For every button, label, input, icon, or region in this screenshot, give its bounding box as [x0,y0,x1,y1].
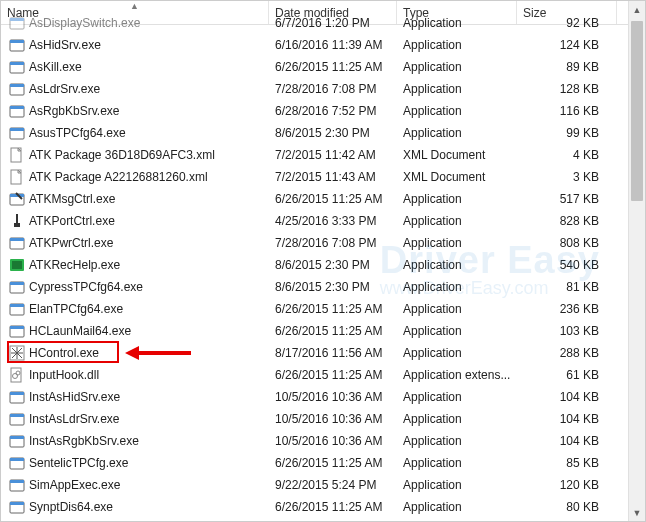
file-name-cell: ATK Package A22126881260.xml [1,169,269,185]
table-row[interactable]: AsusTPCfg64.exe8/6/2015 2:30 PMApplicati… [1,122,645,144]
file-name-cell: InstAsLdrSrv.exe [1,411,269,427]
app-icon [9,279,25,295]
svg-rect-1 [10,18,24,21]
file-name-cell: InputHook.dll [1,367,269,383]
file-size-cell: 3 KB [517,170,617,184]
file-date-cell: 6/28/2016 7:52 PM [269,104,397,118]
table-row[interactable]: InputHook.dll6/26/2015 11:25 AMApplicati… [1,364,645,386]
file-size-cell: 808 KB [517,236,617,250]
hc-icon [9,345,25,361]
table-row[interactable]: ATKPortCtrl.exe4/25/2016 3:33 PMApplicat… [1,210,645,232]
file-name-label: SentelicTPCfg.exe [29,456,128,470]
file-name-label: AsRgbKbSrv.exe [29,104,120,118]
svg-rect-24 [10,282,24,285]
svg-rect-20 [10,238,24,241]
table-row[interactable]: HControl.exe8/17/2016 11:56 AMApplicatio… [1,342,645,364]
file-name-label: InstAsLdrSrv.exe [29,412,119,426]
app-icon [9,301,25,317]
file-name-cell: ATKRecHelp.exe [1,257,269,273]
file-name-cell: ATKPwrCtrl.exe [1,235,269,251]
file-date-cell: 7/28/2016 7:08 PM [269,82,397,96]
table-row[interactable]: AsLdrSrv.exe7/28/2016 7:08 PMApplication… [1,78,645,100]
app2-icon [9,191,25,207]
table-row[interactable]: SentelicTPCfg.exe6/26/2015 11:25 AMAppli… [1,452,645,474]
file-type-cell: Application [397,456,517,470]
svg-rect-9 [10,106,24,109]
table-row[interactable]: ATK Package A22126881260.xml7/2/2015 11:… [1,166,645,188]
file-date-cell: 8/6/2015 2:30 PM [269,280,397,294]
xml-icon [9,147,25,163]
file-name-label: AsHidSrv.exe [29,38,101,52]
svg-rect-36 [10,414,24,417]
file-size-cell: 104 KB [517,412,617,426]
file-name-label: SynptDis64.exe [29,500,113,514]
table-row[interactable]: ElanTPCfg64.exe6/26/2015 11:25 AMApplica… [1,298,645,320]
table-row[interactable]: AsHidSrv.exe6/16/2016 11:39 AMApplicatio… [1,34,645,56]
svg-rect-26 [10,304,24,307]
file-date-cell: 6/26/2015 11:25 AM [269,192,397,206]
file-size-cell: 288 KB [517,346,617,360]
table-row[interactable]: HCLaunMail64.exe6/26/2015 11:25 AMApplic… [1,320,645,342]
file-type-cell: Application [397,214,517,228]
file-date-cell: 9/22/2015 5:24 PM [269,478,397,492]
scroll-thumb[interactable] [631,21,643,201]
file-type-cell: XML Document [397,148,517,162]
file-date-cell: 8/17/2016 11:56 AM [269,346,397,360]
svg-rect-18 [14,223,20,227]
svg-rect-22 [12,261,22,269]
file-name-cell: InstAsHidSrv.exe [1,389,269,405]
file-type-cell: Application [397,104,517,118]
file-name-label: InstAsRgbKbSrv.exe [29,434,139,448]
file-name-cell: SynptDis64.exe [1,499,269,515]
svg-rect-40 [10,458,24,461]
file-name-label: ATKPwrCtrl.exe [29,236,113,250]
file-type-cell: Application [397,324,517,338]
table-row[interactable]: ATKRecHelp.exe8/6/2015 2:30 PMApplicatio… [1,254,645,276]
scroll-up-icon[interactable]: ▲ [629,1,645,18]
file-name-cell: AsLdrSrv.exe [1,81,269,97]
file-size-cell: 120 KB [517,478,617,492]
file-size-cell: 103 KB [517,324,617,338]
table-row[interactable]: InstAsRgbKbSrv.exe10/5/2016 10:36 AMAppl… [1,430,645,452]
app-icon [9,389,25,405]
app-icon [9,59,25,75]
app-icon [9,15,25,31]
file-type-cell: Application [397,258,517,272]
table-row[interactable]: SimAppExec.exe9/22/2015 5:24 PMApplicati… [1,474,645,496]
file-type-cell: Application [397,192,517,206]
table-row[interactable]: SynptDis64.exe6/26/2015 11:25 AMApplicat… [1,496,645,518]
table-row[interactable]: AsKill.exe6/26/2015 11:25 AMApplication8… [1,56,645,78]
table-row[interactable]: ATK Package 36D18D69AFC3.xml7/2/2015 11:… [1,144,645,166]
file-date-cell: 6/26/2015 11:25 AM [269,500,397,514]
table-row[interactable]: AsRgbKbSrv.exe6/28/2016 7:52 PMApplicati… [1,100,645,122]
table-row[interactable]: ATKMsgCtrl.exe6/26/2015 11:25 AMApplicat… [1,188,645,210]
file-size-cell: 116 KB [517,104,617,118]
table-row[interactable]: CypressTPCfg64.exe8/6/2015 2:30 PMApplic… [1,276,645,298]
file-type-cell: Application [397,302,517,316]
file-name-cell: AsHidSrv.exe [1,37,269,53]
file-type-cell: Application [397,478,517,492]
svg-rect-3 [10,40,24,43]
file-type-cell: Application [397,500,517,514]
table-row[interactable]: InstAsLdrSrv.exe10/5/2016 10:36 AMApplic… [1,408,645,430]
table-row[interactable]: ATKPwrCtrl.exe7/28/2016 7:08 PMApplicati… [1,232,645,254]
file-type-cell: Application extens... [397,368,517,382]
app-icon [9,103,25,119]
scroll-down-icon[interactable]: ▼ [629,504,645,521]
app-icon [9,499,25,515]
table-row[interactable]: InstAsHidSrv.exe10/5/2016 10:36 AMApplic… [1,386,645,408]
port-icon [9,213,25,229]
file-name-label: SimAppExec.exe [29,478,120,492]
file-size-cell: 128 KB [517,82,617,96]
vertical-scrollbar[interactable]: ▲ ▼ [628,1,645,521]
file-name-label: CypressTPCfg64.exe [29,280,143,294]
file-name-label: AsKill.exe [29,60,82,74]
file-size-cell: 104 KB [517,390,617,404]
table-row[interactable]: SynptSync64.exe6/26/2015 11:25 AMApplica… [1,518,645,522]
table-row[interactable]: AsDisplaySwitch.exe6/7/2016 1:20 PMAppli… [1,12,645,34]
file-name-cell: AsRgbKbSrv.exe [1,103,269,119]
app-icon [9,455,25,471]
app-icon [9,81,25,97]
file-size-cell: 99 KB [517,126,617,140]
file-name-label: AsDisplaySwitch.exe [29,16,140,30]
